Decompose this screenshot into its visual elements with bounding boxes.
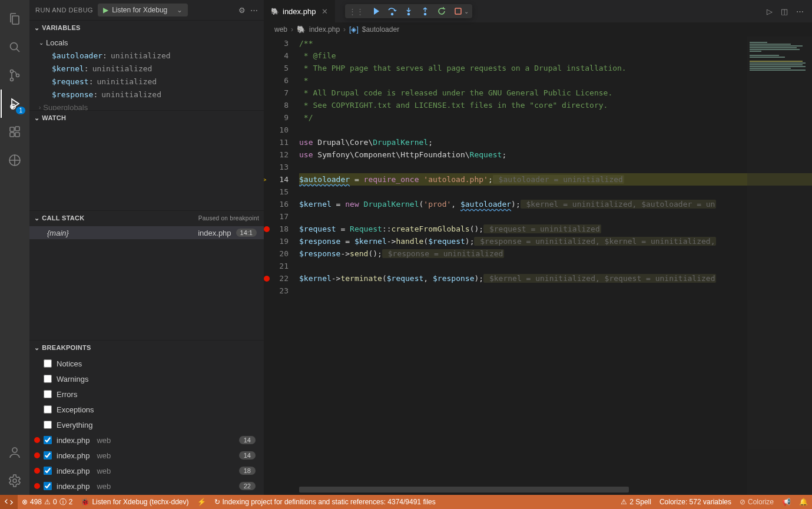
variable-row[interactable]: $kernel:uninitialized [29,62,264,75]
restart-button[interactable] [437,6,446,16]
explorer-icon[interactable] [1,5,29,33]
activity-bar: 1 [0,0,29,495]
bp-checkbox[interactable] [44,467,52,475]
breakpoints-header[interactable]: ⌄ BREAKPOINTS [29,341,264,355]
stop-button[interactable]: ⌄ [453,6,469,16]
indexing-status[interactable]: ↻ Indexing project for definitions and s… [210,498,440,506]
settings-icon[interactable] [1,467,29,495]
more-icon[interactable]: ⋯ [796,7,804,16]
close-icon[interactable]: ✕ [322,7,328,16]
svg-point-0 [11,43,18,50]
bp-checkbox[interactable] [44,405,52,414]
source-control-icon[interactable] [1,61,29,90]
code-content[interactable]: /** * @file * The PHP page that serves a… [299,37,812,495]
step-over-button[interactable] [387,6,397,16]
chevron-down-icon: ⌄ [39,39,44,46]
bp-option-row[interactable]: Errors [29,386,264,402]
bp-option-row[interactable]: Everything [29,417,264,432]
bp-option-row[interactable]: Exceptions [29,402,264,417]
continue-button[interactable] [371,6,380,16]
variable-row[interactable]: $autoloader:uninitialized [29,49,264,62]
step-out-button[interactable] [420,6,430,16]
bp-checkbox[interactable] [44,375,52,383]
breadcrumb-item[interactable]: web [274,25,287,34]
editor-area: 🐘 index.php ✕ ⋮⋮ ⌄ ▷ ◫ ⋯ web › 🐘 index.p… [264,0,812,495]
run-icon[interactable]: ▷ [767,7,773,16]
chevron-down-icon: ⌄ [34,344,39,352]
lightning-icon: ⚡ [197,498,206,506]
feedback-icon[interactable]: 📢 [778,498,795,506]
play-icon: ▶ [103,6,108,14]
callstack-header[interactable]: ⌄ CALL STACK Paused on breakpoint [29,211,264,225]
editor-tab[interactable]: 🐘 index.php ✕ [264,0,336,22]
bp-option-row[interactable]: Notices [29,356,264,371]
chevron-right-icon: › [39,104,41,111]
more-icon[interactable]: ⋯ [250,6,258,15]
bell-icon[interactable]: 🔔 [795,498,812,506]
svg-point-3 [16,74,19,77]
editor-body[interactable]: 34567891011121314▷151617181920212223 /**… [264,37,812,495]
tabs-row: 🐘 index.php ✕ ⋮⋮ ⌄ ▷ ◫ ⋯ [264,0,812,22]
svg-rect-7 [15,133,19,137]
svg-rect-8 [15,127,19,131]
warning-icon: ⚠ [44,498,51,506]
colorize-button[interactable]: ⊘ Colorize [735,498,778,506]
superglobals-group[interactable]: › Superglobals [29,101,264,110]
bp-file-row[interactable]: index.phpweb14 [29,448,264,463]
run-debug-icon[interactable]: 1 [1,90,29,118]
debug-config-dropdown[interactable]: ▶ Listen for Xdebug ⌄ [98,4,188,16]
debug-toolbar[interactable]: ⋮⋮ ⌄ [345,4,472,18]
chevron-right-icon: › [343,25,346,34]
bp-file-row[interactable]: index.phpweb18 [29,463,264,478]
remote-button[interactable] [0,495,18,509]
sidebar-header: RUN AND DEBUG ▶ Listen for Xdebug ⌄ ⚙ ⋯ [29,0,264,20]
bp-checkbox[interactable] [44,390,52,398]
debug-status[interactable]: 🐞 Listen for Xdebug (techx-ddev) [77,498,193,506]
bp-checkbox[interactable] [44,359,52,368]
bp-checkbox[interactable] [44,421,52,429]
variable-row[interactable]: $request:uninitialized [29,75,264,88]
extensions-icon[interactable] [1,118,29,146]
breakpoints-section: ⌄ BREAKPOINTS NoticesWarningsErrorsExcep… [29,340,264,495]
colorize-status[interactable]: Colorize: 572 variables [655,498,735,506]
bp-file-row[interactable]: index.phpweb14 [29,432,264,448]
split-editor-icon[interactable]: ◫ [781,7,788,16]
gear-icon[interactable]: ⚙ [238,6,246,15]
svg-point-13 [408,14,410,15]
svg-rect-5 [10,127,14,131]
bp-file-row[interactable]: index.phpweb22 [29,478,264,494]
grip-icon[interactable]: ⋮⋮ [349,7,364,16]
locals-group[interactable]: ⌄ Locals [29,36,264,49]
step-into-button[interactable] [404,6,413,16]
breadcrumb-item[interactable]: index.php [309,25,340,34]
svg-point-2 [11,78,14,81]
svg-rect-6 [10,133,14,137]
breakpoint-dot-icon [34,468,40,474]
breadcrumb[interactable]: web › 🐘 index.php › [◈] $autoloader [264,22,812,37]
bp-checkbox[interactable] [44,482,52,490]
watch-section: ⌄ WATCH [29,110,264,210]
breadcrumb-item[interactable]: $autoloader [362,25,399,34]
variable-row[interactable]: $response:uninitialized [29,88,264,101]
search-icon[interactable] [1,33,29,61]
warning-icon: ⚠ [621,498,627,506]
lightning-button[interactable]: ⚡ [193,498,210,506]
horizontal-scrollbar[interactable] [299,487,629,493]
bp-option-row[interactable]: Warnings [29,371,264,386]
callstack-section: ⌄ CALL STACK Paused on breakpoint {main}… [29,210,264,340]
variables-header[interactable]: ⌄ VARIABLES [29,21,264,35]
debug-icon: 🐞 [81,498,90,506]
remote-icon[interactable] [1,146,29,174]
problems-button[interactable]: ⊗498 ⚠0 ⓘ2 [18,497,77,507]
bp-checkbox[interactable] [44,436,52,444]
spell-status[interactable]: ⚠ 2 Spell [617,498,655,506]
line-gutter[interactable]: 34567891011121314▷151617181920212223 [264,37,299,495]
account-icon[interactable] [1,438,29,467]
stack-frame[interactable]: {main}index.php14:1 [29,226,264,239]
chevron-down-icon: ⌄ [34,24,39,32]
php-icon: 🐘 [297,25,306,34]
svg-point-12 [392,14,393,15]
watch-header[interactable]: ⌄ WATCH [29,111,264,125]
minimap[interactable] [747,37,812,495]
bp-checkbox[interactable] [44,451,52,460]
